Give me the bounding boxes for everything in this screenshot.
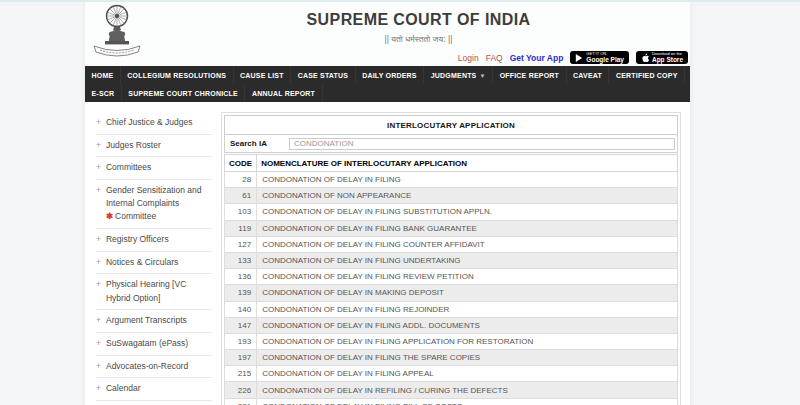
ia-code: 61 <box>225 188 257 204</box>
plus-icon: + <box>96 161 101 174</box>
ia-code: 133 <box>225 252 257 268</box>
ia-code: 127 <box>225 236 257 252</box>
table-row: 147CONDONATION OF DELAY IN FILING ADDL. … <box>225 317 678 333</box>
plus-icon: + <box>96 360 101 373</box>
sidebar-item-registry-officers[interactable]: +Registry Officers <box>96 229 212 252</box>
site-header: SUPREME COURT OF INDIA || यतो धर्मस्ततो … <box>85 2 690 66</box>
content-column: SUPREME COURT OF INDIA || यतो धर्मस्ततो … <box>85 2 690 405</box>
table-row: 61CONDONATION OF NON APPEARANCE <box>225 188 678 204</box>
table-header-row: CODE NOMENCLATURE OF INTERLOCUTARY APPLI… <box>225 155 678 172</box>
main-content: INTERLOCUTARY APPLICATION Search IA CODE… <box>219 102 690 405</box>
nav-item-caveat[interactable]: CAVEAT <box>567 66 610 84</box>
nav-item-judgments[interactable]: JUDGMENTS▼ <box>424 66 493 84</box>
plus-icon: + <box>96 382 101 395</box>
nav-item-case-status[interactable]: CASE STATUS <box>291 66 356 84</box>
ia-nomenclature: CONDONATION OF DELAY IN FILING THE SPARE… <box>257 350 678 366</box>
page: SUPREME COURT OF INDIA || यतो धर्मस्ततो … <box>0 0 800 405</box>
masthead: SUPREME COURT OF INDIA || यतो धर्मस्ततो … <box>147 11 690 45</box>
nav-row-1: HOMECOLLEGIUM RESOLUTIONSCAUSE LISTCASE … <box>85 66 690 84</box>
ia-code: 197 <box>225 350 257 366</box>
get-your-app-link[interactable]: Get Your App <box>510 53 564 63</box>
ia-nomenclature: CONDONATION OF DELAY IN FILING BILL OF C… <box>257 398 678 405</box>
sidebar-item-judges-roster[interactable]: +Judges Roster <box>96 135 212 158</box>
plus-icon: + <box>96 337 101 350</box>
sidebar-item-advocates-on-record[interactable]: +Advocates-on-Record <box>96 356 212 379</box>
ia-code: 215 <box>225 366 257 382</box>
nav-item-certified-copy[interactable]: CERTIFIED COPY <box>609 66 685 84</box>
ia-code: 226 <box>225 382 257 398</box>
ia-code: 119 <box>225 220 257 236</box>
ia-code: 103 <box>225 204 257 220</box>
plus-icon: + <box>96 314 101 327</box>
nav-item-annual-report[interactable]: ANNUAL REPORT <box>245 84 322 102</box>
plus-icon: + <box>96 184 101 224</box>
sidebar-item-label: Judges Roster <box>106 139 161 152</box>
nav-item-supreme-court-chronicle[interactable]: SUPREME COURT CHRONICLE <box>122 84 246 102</box>
ia-code: 139 <box>225 285 257 301</box>
sidebar-item-label: SuSwagatam (ePass) <box>106 337 188 350</box>
table-row: 140CONDONATION OF DELAY IN FILING REJOIN… <box>225 301 678 317</box>
ia-code: 140 <box>225 301 257 317</box>
sidebar-item-argument-transcripts[interactable]: +Argument Transcripts <box>96 310 212 333</box>
ia-panel: INTERLOCUTARY APPLICATION Search IA CODE… <box>221 112 681 405</box>
google-play-badge[interactable]: GET IT ON Google Play <box>570 51 629 64</box>
sidebar-item-label: Registry Officers <box>106 233 169 246</box>
ia-nomenclature: CONDONATION OF DELAY IN FILING SUBSTITUT… <box>257 204 678 220</box>
code-column-header: CODE <box>225 155 257 172</box>
ia-nomenclature: CONDONATION OF DELAY IN FILING REJOINDER <box>257 301 678 317</box>
site-motto: || यतो धर्मस्ततो जय: || <box>147 34 690 45</box>
chevron-down-icon: ▼ <box>479 73 485 79</box>
plus-icon: + <box>96 278 101 304</box>
sidebar-item-committees[interactable]: +Committees <box>96 157 212 180</box>
nav-item-e-filing[interactable]: E FILING <box>685 66 690 84</box>
sidebar-item-label: Gender Sensitization and Internal Compla… <box>106 184 212 224</box>
google-play-text: GET IT ON Google Play <box>586 52 624 64</box>
apple-icon <box>641 53 649 62</box>
ia-code: 136 <box>225 269 257 285</box>
nav-item-e-scr[interactable]: E-SCR <box>85 84 122 102</box>
table-row: 193CONDONATION OF DELAY IN FILING APPLIC… <box>225 333 678 349</box>
supreme-court-emblem-icon <box>88 3 146 63</box>
login-link[interactable]: Login <box>458 53 479 63</box>
nav-item-office-report[interactable]: OFFICE REPORT <box>493 66 566 84</box>
plus-icon: + <box>96 139 101 152</box>
sidebar-item-calendar[interactable]: +Calendar <box>96 378 212 401</box>
ia-nomenclature: CONDONATION OF NON APPEARANCE <box>257 188 678 204</box>
ia-nomenclature: CONDONATION OF DELAY IN REFILING / CURIN… <box>257 382 678 398</box>
ia-code: 231 <box>225 398 257 405</box>
search-row: Search IA <box>224 135 678 153</box>
table-row: 139CONDONATION OF DELAY IN MAKING DEPOSI… <box>225 285 678 301</box>
sidebar-item-chief-justice-judges[interactable]: +Chief Justice & Judges <box>96 112 212 135</box>
ia-nomenclature: CONDONATION OF DELAY IN FILING UNDERTAKI… <box>257 252 678 268</box>
sidebar-item-label: Advocates-on-Record <box>106 360 188 373</box>
table-row: 215CONDONATION OF DELAY IN FILING APPEAL <box>225 366 678 382</box>
sidebar-item-label: Notices & Circulars <box>106 256 178 269</box>
ia-nomenclature: CONDONATION OF DELAY IN FILING APPEAL <box>257 366 678 382</box>
sidebar-item-label: Argument Transcripts <box>106 314 187 327</box>
table-row: 231CONDONATION OF DELAY IN FILING BILL O… <box>225 398 678 405</box>
table-row: 103CONDONATION OF DELAY IN FILING SUBSTI… <box>225 204 678 220</box>
nav-item-collegium-resolutions[interactable]: COLLEGIUM RESOLUTIONS <box>121 66 234 84</box>
sidebar-item-label: Physical Hearing [VC Hybrid Option] <box>106 278 212 304</box>
sidebar-item-suswagatam-epass[interactable]: +SuSwagatam (ePass) <box>96 333 212 356</box>
ia-nomenclature: CONDONATION OF DELAY IN FILING <box>257 172 678 188</box>
sidebar: +Chief Justice & Judges+Judges Roster+Co… <box>85 102 219 405</box>
ia-nomenclature: CONDONATION OF DELAY IN FILING ADDL. DOC… <box>257 317 678 333</box>
nav-row-2: E-SCRSUPREME COURT CHRONICLEANNUAL REPOR… <box>85 84 690 102</box>
plus-icon: + <box>96 256 101 269</box>
sidebar-item-notices-circulars[interactable]: +Notices & Circulars <box>96 252 212 275</box>
site-title: SUPREME COURT OF INDIA <box>147 11 690 29</box>
table-row: 127CONDONATION OF DELAY IN FILING COUNTE… <box>225 236 678 252</box>
nav-item-cause-list[interactable]: CAUSE LIST <box>234 66 292 84</box>
plus-icon: + <box>96 116 101 129</box>
app-store-badge[interactable]: Download on the App Store <box>636 51 688 64</box>
sidebar-item-label: Calendar <box>106 382 141 395</box>
nav-item-home[interactable]: HOME <box>85 66 121 84</box>
search-ia-input[interactable] <box>289 138 675 150</box>
faq-link[interactable]: FAQ <box>486 53 503 63</box>
sidebar-item-physical-hearing-vc-hybrid-option[interactable]: +Physical Hearing [VC Hybrid Option] <box>96 274 212 310</box>
nav-item-daily-orders[interactable]: DAILY ORDERS <box>356 66 425 84</box>
sidebar-item-label: Chief Justice & Judges <box>106 116 192 129</box>
sidebar-item-gender-sensitization-and-internal-complaints-committee[interactable]: +Gender Sensitization and Internal Compl… <box>96 180 212 229</box>
sidebar-item-case-category[interactable]: +Case Category <box>96 401 212 405</box>
